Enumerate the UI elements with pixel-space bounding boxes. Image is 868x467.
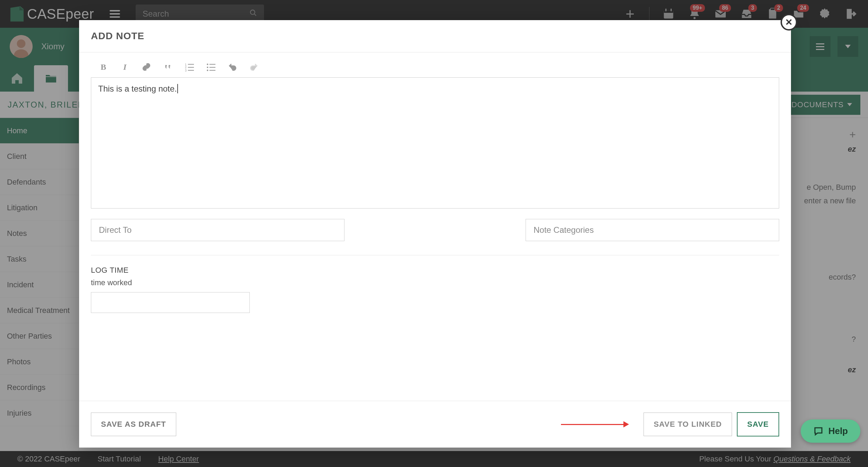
editor-ordered-list-icon[interactable]: 123	[184, 61, 195, 73]
modal-close-button[interactable]: ✕	[781, 14, 797, 31]
modal-header: ADD NOTE	[79, 20, 791, 52]
save-button[interactable]: SAVE	[737, 412, 779, 436]
help-fab-label: Help	[828, 426, 848, 436]
note-editor[interactable]: This is a testing note.	[91, 77, 779, 209]
direct-to-input[interactable]: Direct To	[91, 219, 344, 241]
help-fab-button[interactable]: Help	[801, 419, 860, 443]
separator	[91, 255, 779, 255]
svg-point-20	[207, 63, 208, 65]
editor-content: This is a testing note.	[98, 84, 177, 93]
editor-link-icon[interactable]	[141, 61, 152, 73]
editor-redo-icon[interactable]	[248, 61, 259, 73]
save-as-draft-button[interactable]: SAVE AS DRAFT	[91, 413, 176, 436]
editor-quote-icon[interactable]	[162, 61, 173, 73]
note-categories-input[interactable]: Note Categories	[526, 219, 779, 241]
editor-bold-icon[interactable]: B	[98, 61, 109, 73]
editor-undo-icon[interactable]	[227, 61, 238, 73]
svg-text:3: 3	[185, 69, 187, 71]
note-categories-placeholder: Note Categories	[534, 225, 594, 235]
log-time-heading: LOG TIME	[91, 266, 779, 275]
log-time-sublabel: time worked	[91, 278, 779, 287]
editor-italic-icon[interactable]: I	[119, 61, 130, 73]
chat-bubble-icon	[813, 426, 824, 436]
modal-body: B I 123 This is a testing note.	[79, 52, 791, 401]
direct-to-placeholder: Direct To	[99, 225, 131, 235]
save-to-linked-button[interactable]: SAVE TO LINKED	[644, 413, 732, 436]
add-note-modal: ✕ ADD NOTE B I 123	[79, 20, 791, 448]
modal-title: ADD NOTE	[91, 31, 779, 42]
time-worked-input[interactable]	[91, 292, 250, 313]
modal-footer: SAVE AS DRAFT SAVE TO LINKED SAVE	[79, 401, 791, 448]
editor-unordered-list-icon[interactable]	[205, 61, 216, 73]
svg-point-22	[207, 70, 208, 71]
svg-point-21	[207, 67, 208, 68]
annotation-arrow	[561, 421, 629, 427]
editor-toolbar: B I 123	[91, 61, 779, 77]
